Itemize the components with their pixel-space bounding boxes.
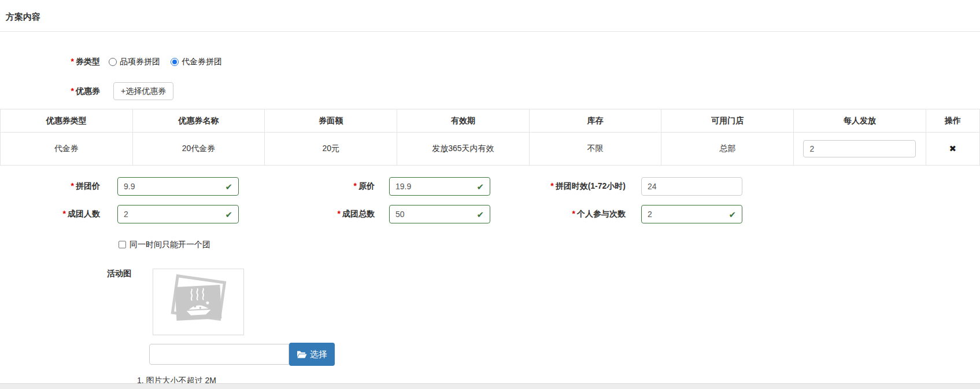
choose-file-button-label: 选择 (310, 349, 327, 360)
choose-file-button[interactable]: 选择 (289, 343, 335, 366)
col-header-per-person: 每人发放 (794, 109, 926, 133)
valid-check-icon: ✔ (225, 210, 232, 219)
valid-check-icon: ✔ (728, 210, 736, 219)
required-mark: * (71, 181, 74, 190)
col-header-coupon-type: 优惠券类型 (1, 109, 133, 133)
required-mark: * (354, 181, 357, 190)
cell-actions: ✖ (926, 133, 979, 166)
activity-image-placeholder[interactable] (153, 269, 244, 335)
cell-validity: 发放365天内有效 (397, 133, 530, 166)
group-total-input[interactable] (389, 205, 490, 223)
col-header-actions: 操作 (926, 109, 979, 133)
required-mark: * (550, 181, 553, 190)
duration-label: *拼团时效(1-72小时) (490, 181, 626, 192)
coupon-picker-row: *优惠券 +选择优惠券 (0, 82, 980, 100)
original-price-wrap: ✔ (389, 177, 490, 196)
personal-limit-label: *个人参与次数 (490, 209, 626, 219)
file-upload-row: 选择 (149, 343, 980, 366)
field-row-2: *成团人数 ✔ *成团总数 ✔ *个人参与次数 ✔ (0, 205, 980, 223)
coupon-picker-label: *优惠券 (0, 86, 100, 97)
activity-image-section: 活动图 (0, 269, 980, 335)
page-title: 方案内容 (0, 0, 980, 23)
radio-option-item-coupon[interactable]: 品项券拼团 (109, 57, 160, 67)
radio-option-label[interactable]: 代金券拼团 (182, 57, 222, 67)
col-header-stock: 库存 (529, 109, 661, 133)
folder-icon (297, 350, 307, 359)
required-mark: * (572, 209, 575, 218)
required-mark: * (63, 209, 66, 218)
cell-coupon-type: 代金券 (1, 133, 133, 166)
page-bottom-strip (0, 383, 980, 389)
single-group-checkbox-row[interactable]: 同一时间只能开一个团 (119, 240, 980, 249)
required-mark: * (338, 209, 341, 218)
original-price-label: *原价 (239, 181, 375, 192)
per-person-input[interactable] (803, 140, 916, 157)
duration-input[interactable] (641, 177, 742, 196)
coupon-type-label: *券类型 (0, 57, 100, 67)
valid-check-icon: ✔ (225, 182, 232, 191)
panel-header: 方案内容 (0, 0, 980, 32)
coupon-type-row: *券类型 品项券拼团 代金券拼团 (0, 56, 980, 68)
group-size-label: *成团人数 (0, 209, 100, 219)
personal-limit-input[interactable] (641, 205, 742, 223)
table-header-row: 优惠券类型 优惠券名称 券面额 有效期 库存 可用门店 每人发放 操作 (1, 109, 980, 133)
original-price-input[interactable] (389, 177, 490, 196)
radio-checked-icon[interactable] (171, 58, 179, 66)
radio-unchecked-icon[interactable] (109, 58, 117, 66)
personal-limit-wrap: ✔ (641, 205, 742, 223)
radio-option-label[interactable]: 品项券拼团 (120, 57, 160, 67)
cell-per-person (794, 133, 926, 166)
col-header-face-value: 券面额 (265, 109, 397, 133)
group-price-label: *拼团价 (0, 181, 100, 192)
field-row-1: *拼团价 ✔ *原价 ✔ *拼团时效(1-72小时) (0, 177, 980, 196)
cell-coupon-name: 20代金券 (132, 133, 265, 166)
group-total-wrap: ✔ (389, 205, 490, 223)
plan-content-panel: 方案内容 *券类型 品项券拼团 代金券拼团 *优惠券 +选择优惠券 优惠券类型 (0, 0, 980, 389)
radio-option-cash-coupon[interactable]: 代金券拼团 (171, 57, 222, 67)
group-price-wrap: ✔ (117, 177, 239, 196)
select-coupon-button[interactable]: +选择优惠券 (113, 82, 173, 100)
col-header-coupon-name: 优惠券名称 (132, 109, 265, 133)
valid-check-icon: ✔ (476, 182, 484, 191)
cell-stores: 总部 (661, 133, 794, 166)
checkbox-unchecked-icon[interactable] (119, 241, 126, 248)
group-size-input[interactable] (117, 205, 239, 223)
single-group-checkbox-label[interactable]: 同一时间只能开一个团 (130, 240, 210, 250)
coupon-type-radio-group: 品项券拼团 代金券拼团 (109, 57, 222, 67)
activity-image-label: 活动图 (107, 269, 131, 335)
cell-stock: 不限 (529, 133, 661, 166)
valid-check-icon: ✔ (476, 210, 484, 219)
required-mark: * (71, 86, 74, 96)
group-size-wrap: ✔ (117, 205, 239, 223)
group-price-input[interactable] (117, 177, 239, 196)
table-row: 代金券 20代金券 20元 发放365天内有效 不限 总部 ✖ (1, 133, 980, 166)
file-path-input[interactable] (149, 344, 289, 365)
required-mark: * (71, 57, 74, 66)
coupon-table: 优惠券类型 优惠券名称 券面额 有效期 库存 可用门店 每人发放 操作 代金券 … (0, 109, 980, 166)
duration-wrap (641, 177, 742, 196)
cell-face-value: 20元 (265, 133, 397, 166)
col-header-stores: 可用门店 (661, 109, 794, 133)
group-total-label: *成团总数 (239, 209, 375, 219)
delete-row-icon[interactable]: ✖ (949, 144, 957, 154)
col-header-validity: 有效期 (397, 109, 530, 133)
photo-placeholder-icon (162, 273, 235, 331)
